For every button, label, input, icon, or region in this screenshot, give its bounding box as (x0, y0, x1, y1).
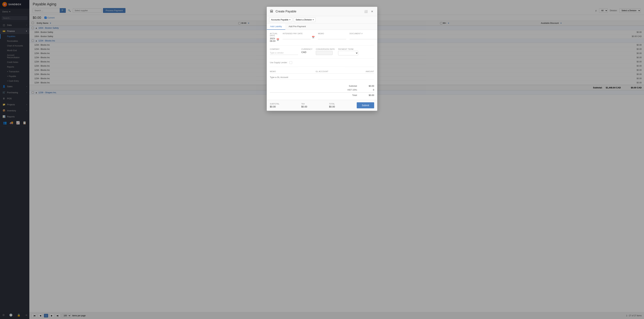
footer-tax-value: $0.00 (301, 105, 307, 108)
supply-lender-label: Use Supply Lender: (270, 62, 288, 64)
modal-close-btn[interactable]: ✕ (370, 10, 374, 14)
total-totals-row: Total: $0.00 (270, 93, 374, 97)
footer-tax-label: Tax (301, 103, 307, 105)
footer-subtotal-group: Subtotal $0.00 (270, 103, 280, 108)
intended-pay-date-calendar-icon[interactable]: 📅 (312, 36, 314, 38)
document-input[interactable] (350, 35, 377, 39)
intended-pay-date-label: Intended Pay Date (282, 32, 314, 34)
date-row: Actual Date 2023-08-03 📅 Intended Pay Da… (270, 32, 374, 42)
gl-section: Memo GL Account Amount (270, 70, 374, 80)
actual-date-group: Actual Date 2023-08-03 📅 (270, 32, 279, 42)
total-totals-label: Total: (342, 94, 358, 96)
currency-value: CAD (301, 51, 312, 54)
conversion-rate-label: Conversion Rate (316, 48, 335, 50)
footer-tax-group: Tax $0.00 (301, 103, 307, 108)
payment-term-select[interactable] (338, 51, 358, 55)
total-totals-value: $0.00 (361, 94, 374, 96)
footer-subtotal-value: $0.00 (270, 105, 280, 108)
modal-overlay[interactable]: 🏛 Create Payable ⬜ ✕ Accounts Payable ▾ … (0, 0, 644, 319)
memo-col-header: Memo (270, 70, 296, 72)
amount-col-header: Amount (348, 70, 374, 72)
vendor-input[interactable] (270, 51, 298, 55)
modal-header-controls: ⬜ ✕ (363, 10, 374, 14)
subtotal-totals-row: Subtotal: $0.00 (270, 84, 374, 88)
hst-label: HST 15%: (342, 88, 358, 91)
subtotal-totals-label: Subtotal: (342, 85, 358, 87)
form-divider-2 (270, 58, 374, 58)
tab-add-liability[interactable]: Add Liability (267, 24, 285, 30)
company-label: Company (270, 48, 298, 50)
modal-tabs: Add Liability Add Pre-Payment (267, 24, 377, 30)
memo-top-group: Memo (318, 32, 346, 39)
division-label: Select a Division (296, 18, 312, 21)
modal-title: Create Payable (276, 10, 361, 13)
gl-account-input[interactable] (270, 75, 374, 80)
conversion-rate-group: Conversion Rate (316, 48, 335, 55)
payment-term-group: Payment Term (338, 48, 358, 55)
conversion-rate-input[interactable] (316, 51, 332, 55)
document-label: Document # (350, 32, 377, 34)
footer-total-label: Total (329, 103, 335, 105)
modal-maximize-btn[interactable]: ⬜ (363, 10, 368, 14)
actual-date-label: Actual Date (270, 32, 279, 36)
company-row: Company Currency CAD Conversion Rate Pay… (270, 48, 374, 55)
division-dropdown[interactable]: Select a Division ▾ (294, 18, 316, 22)
supply-lender-checkbox[interactable] (290, 61, 292, 64)
form-divider-3 (270, 66, 374, 67)
hst-totals-row: HST 15%: 0 (270, 88, 374, 92)
modal-footer: Subtotal $0.00 Tax $0.00 Total $0.00 Sub… (267, 100, 377, 111)
actual-date-value: 2023-08-03 (270, 37, 276, 42)
hst-value: 0 (361, 88, 374, 91)
supply-lender-row: Use Supply Lender: (270, 61, 374, 64)
module-dropdown[interactable]: Accounts Payable ▾ (269, 18, 292, 22)
modal-body: Actual Date 2023-08-03 📅 Intended Pay Da… (267, 30, 377, 100)
payment-term-label: Payment Term (338, 48, 358, 50)
subtotal-totals-value: $0.00 (361, 85, 374, 87)
submit-button[interactable]: Submit (357, 102, 374, 108)
tab-add-prepayment[interactable]: Add Pre-Payment (285, 24, 309, 30)
currency-group: Currency CAD (301, 48, 312, 54)
memo-top-label: Memo (318, 32, 346, 34)
gl-account-col-header: GL Account (296, 70, 348, 72)
module-label: Accounts Payable (271, 18, 288, 21)
document-group: Document # (350, 32, 377, 39)
intended-pay-date-input[interactable] (282, 35, 311, 39)
division-dropdown-arrow: ▾ (313, 19, 314, 21)
actual-date-calendar-icon[interactable]: 📅 (276, 38, 279, 41)
create-payable-modal: 🏛 Create Payable ⬜ ✕ Accounts Payable ▾ … (267, 7, 377, 111)
memo-top-input[interactable] (318, 35, 346, 39)
footer-total-group: Total $0.00 (329, 103, 335, 108)
intended-pay-date-field: 📅 (282, 35, 314, 39)
currency-label: Currency (301, 48, 312, 50)
actual-date-field: 2023-08-03 📅 (270, 37, 279, 42)
gl-headers: Memo GL Account Amount (270, 70, 374, 74)
totals-section: Subtotal: $0.00 HST 15%: 0 Total: $0.00 (270, 82, 374, 97)
modal-bank-icon: 🏛 (270, 9, 274, 14)
form-divider-1 (270, 45, 374, 46)
footer-subtotal-label: Subtotal (270, 103, 280, 105)
footer-total-value: $0.00 (329, 105, 335, 108)
module-dropdown-arrow: ▾ (290, 19, 290, 21)
company-group: Company (270, 48, 298, 55)
intended-pay-date-group: Intended Pay Date 📅 (282, 32, 314, 39)
modal-header: 🏛 Create Payable ⬜ ✕ (267, 7, 377, 16)
modal-subheader: Accounts Payable ▾ Select a Division ▾ (267, 16, 377, 24)
